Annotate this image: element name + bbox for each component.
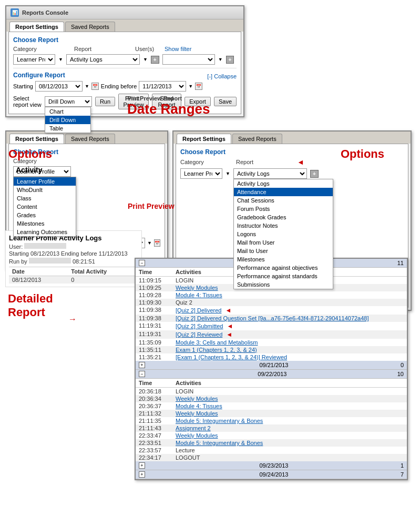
dropdown-drilldown[interactable]: Drill Down [45, 116, 90, 124]
act-9: Exam 1 (Chapters 1, 2, 3, & 24) [172, 346, 407, 353]
act-link-22-1[interactable]: Weekly Modules [176, 396, 218, 402]
category-select[interactable]: Learner Profile [13, 54, 55, 65]
rdrop-mailto[interactable]: Mail to User [234, 247, 333, 255]
time-8: 11:35:09 [136, 339, 172, 346]
arrow-icon3: ▼ [218, 57, 223, 62]
rdrop-gradebook[interactable]: Gradebook Grades [234, 213, 333, 221]
rdrop-forum[interactable]: Forum Posts [234, 205, 333, 213]
left-tab-report-settings[interactable]: Report Settings [9, 134, 64, 144]
starting-label: Starting [13, 83, 33, 89]
act-link-22-2[interactable]: Module 4: Tissues [176, 403, 222, 409]
act-link-5[interactable]: [Quiz 2] Delivered Question Set [9a...a7… [176, 315, 369, 321]
left-tab-saved-reports[interactable]: Saved Reports [65, 134, 115, 144]
rdrop-mailfrom[interactable]: Mail from User [234, 238, 333, 247]
options-label-right: Options [341, 147, 384, 161]
run-btn[interactable]: Run [95, 97, 115, 106]
dropdown-table[interactable]: Table [45, 124, 90, 133]
cat-item-learner[interactable]: Learner Profile [14, 177, 76, 186]
start-date-select[interactable]: 08/12/2013 [35, 81, 83, 92]
act-22-0: LOGIN [172, 388, 407, 396]
reports-icon: 📊 [11, 8, 19, 17]
time-22-1: 20:36:34 [136, 395, 172, 402]
collapse-btn-0920[interactable]: − [139, 260, 145, 266]
right-category-select[interactable]: Learner Profile [180, 168, 222, 179]
rdrop-logons[interactable]: Logons [234, 230, 333, 238]
time-22-4: 21:11:35 [136, 417, 172, 424]
collapse-link[interactable]: [-] Collapse [207, 73, 237, 79]
log-row-10: 11:35:21 [Exam 1 (Chapters 1, 2, 3, & 24… [136, 353, 407, 361]
act-link-22-6[interactable]: Weekly Modules [176, 432, 218, 439]
activities-header-0922: Activities [172, 379, 407, 388]
start-calendar-icon[interactable]: 📅 [91, 83, 99, 90]
tab-saved-reports[interactable]: Saved Reports [65, 22, 115, 32]
collapse-btn-0924[interactable]: + [139, 471, 145, 478]
time-9: 11:35:11 [136, 346, 172, 353]
arrow-icon5: ▼ [188, 84, 193, 89]
collapse-btn-0922[interactable]: − [139, 371, 145, 377]
end-date-select[interactable]: 11/12/2013 [139, 81, 186, 92]
act-link-10[interactable]: [Exam 1 (Chapters 1, 2, 3, & 24)] Review… [176, 354, 287, 360]
dropdown-chart[interactable]: Chart [45, 107, 90, 116]
cat-item-content[interactable]: Content [14, 203, 76, 211]
count-0924: 7 [401, 471, 404, 478]
add-users-btn[interactable]: + [226, 56, 234, 64]
rdrop-chat[interactable]: Chat Sessions [234, 196, 333, 205]
activity-report: Learner Profile Activity Logs User: Star… [5, 230, 142, 287]
act-link-4[interactable]: [Quiz 2] Delivered [176, 307, 221, 313]
log-table-0922: Time Activities 20:36:18 LOGIN 20:36:34 … [136, 379, 407, 461]
show-filter-link[interactable]: Show filter [165, 46, 191, 52]
right-tab-saved-reports[interactable]: Saved Reports [232, 134, 282, 144]
report-select[interactable]: Activity Logs [66, 54, 140, 65]
collapse-btn-0921[interactable]: + [139, 362, 145, 368]
rdrop-perf-obj[interactable]: Performance against objectives [234, 264, 333, 272]
act-22-4: Module 5: Integumentary & Bones [172, 417, 407, 424]
time-10: 11:35:21 [136, 353, 172, 361]
users-label: User(s) [135, 46, 161, 52]
time-header: Time [136, 268, 172, 277]
save-btn[interactable]: Save [214, 97, 237, 106]
act-link-22-3[interactable]: Weekly Modules [176, 410, 218, 417]
arrow-7: ◄ [226, 331, 232, 338]
log-row-22-2: 20:36:37 Module 4: Tissues [136, 402, 407, 410]
right-add-report-btn[interactable]: + [310, 170, 319, 178]
act-link-22-4[interactable]: Module 5: Integumentary & Bones [176, 418, 263, 424]
users-select[interactable] [162, 54, 215, 65]
left-end-cal[interactable]: 📅 [154, 239, 160, 247]
rdrop-submissions[interactable]: Submissions [234, 280, 333, 289]
act-link-1[interactable]: Weekly Modules [176, 285, 218, 291]
cat-item-milestones[interactable]: Milestones [14, 219, 76, 228]
arrow-4: ◄ [226, 307, 232, 314]
count-0922: 10 [397, 371, 404, 377]
end-calendar-icon[interactable]: 📅 [195, 83, 202, 90]
cat-item-class[interactable]: Class [14, 194, 76, 203]
cat-item-grades[interactable]: Grades [14, 211, 76, 219]
right-report-select[interactable]: Activity Logs [233, 168, 307, 179]
date-0921: 09/21/2013 [147, 362, 401, 368]
dropdowns-row: Learner Profile ▼ Activity Logs ▼ + ▼ + [13, 54, 237, 65]
cat-item-whodunit[interactable]: WhoDunIt [14, 186, 76, 194]
act-link-2[interactable]: Module 4: Tissues [176, 292, 222, 298]
time-5: 11:09:38 [136, 315, 172, 322]
act-link-7[interactable]: [Quiz 2] Reviewed [176, 331, 222, 338]
print-preview-label: Print Preview [128, 202, 175, 210]
cat-item-learning[interactable]: Learning Outcomes [14, 228, 76, 236]
right-tab-report-settings[interactable]: Report Settings [177, 134, 231, 144]
rdrop-attendance[interactable]: Attendance [234, 188, 333, 196]
rdrop-milestones[interactable]: Milestones [234, 255, 333, 264]
log-row-22-1: 20:36:34 Weekly Modules [136, 395, 407, 402]
rdrop-instructor[interactable]: Instructor Notes [234, 221, 333, 230]
act-22-3: Weekly Modules [172, 410, 407, 417]
act-link-8[interactable]: Module 3: Cells and Metabolism [176, 339, 258, 346]
rdrop-perf-std[interactable]: Performance against standards [234, 272, 333, 280]
add-report-btn[interactable]: + [151, 56, 159, 64]
report-view-select[interactable]: Drill Down Chart Table [45, 96, 92, 107]
act-link-22-5-assignment2[interactable]: Assignment 2 [176, 425, 211, 431]
act-link-22-7[interactable]: Module 5: Integumentary & Bones [176, 440, 263, 446]
rdrop-actlogs[interactable]: Activity Logs [234, 179, 333, 188]
act-link-6[interactable]: [Quiz 2] Submitted [176, 323, 223, 329]
act-4: [Quiz 2] Delivered ◄ [172, 306, 407, 315]
tab-report-settings[interactable]: Report Settings [9, 22, 64, 32]
collapse-btn-0923[interactable]: + [139, 462, 145, 469]
act-link-9[interactable]: Exam 1 (Chapters 1, 2, 3, & 24) [176, 347, 257, 353]
date-0922: 09/22/2013 [147, 371, 397, 377]
